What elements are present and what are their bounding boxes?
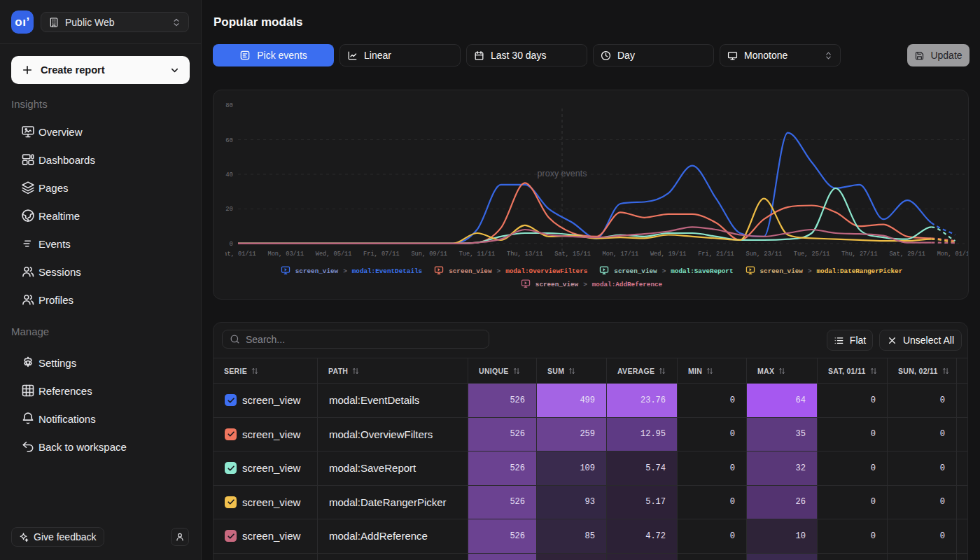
svg-text:0: 0 — [230, 241, 233, 248]
svg-text:20: 20 — [225, 206, 233, 213]
svg-text:Thu, 13/11: Thu, 13/11 — [507, 251, 543, 258]
svg-text:Mon, 01/12: Mon, 01/12 — [937, 251, 969, 258]
svg-text:60: 60 — [225, 137, 233, 144]
svg-text:80: 80 — [225, 102, 233, 109]
svg-text:Tue, 11/11: Tue, 11/11 — [459, 251, 496, 258]
svg-text:Sun, 23/11: Sun, 23/11 — [746, 251, 783, 258]
svg-text:proxy events: proxy events — [538, 169, 587, 178]
svg-text:Wed, 19/11: Wed, 19/11 — [650, 251, 687, 258]
svg-text:Mon, 03/11: Mon, 03/11 — [268, 251, 304, 258]
svg-text:Mon, 17/11: Mon, 17/11 — [603, 251, 639, 258]
svg-text:Sat, 01/11: Sat, 01/11 — [220, 251, 256, 258]
svg-text:Wed, 05/11: Wed, 05/11 — [316, 251, 352, 258]
svg-text:Thu, 27/11: Thu, 27/11 — [841, 251, 878, 258]
svg-text:Fri, 21/11: Fri, 21/11 — [698, 251, 734, 258]
svg-text:Fri, 07/11: Fri, 07/11 — [363, 251, 400, 258]
svg-text:Tue, 25/11: Tue, 25/11 — [794, 251, 830, 258]
svg-text:40: 40 — [225, 172, 233, 178]
svg-text:Sat, 29/11: Sat, 29/11 — [889, 251, 925, 258]
svg-text:Sun, 09/11: Sun, 09/11 — [411, 251, 447, 258]
svg-text:Sat, 15/11: Sat, 15/11 — [554, 251, 591, 258]
